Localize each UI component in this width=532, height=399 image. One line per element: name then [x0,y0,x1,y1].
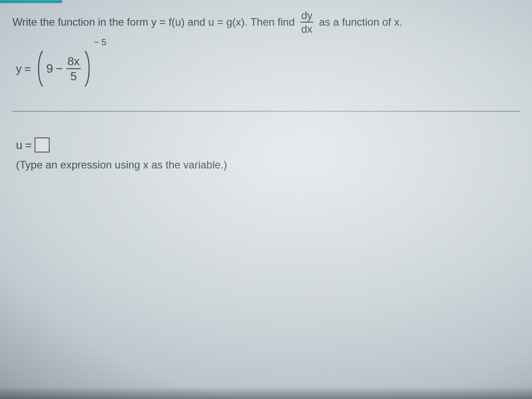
inner-fraction: 8x 5 [66,55,80,82]
inner-fraction-denominator: 5 [70,70,78,82]
equation-lhs: y [16,62,22,76]
bottom-shadow [0,387,532,399]
given-equation: y = 9 − 8x 5 − 5 [16,50,520,88]
inner-fraction-numerator: 8x [66,55,80,67]
prompt-text-1: Write the function in the form y = f(u) … [12,14,297,31]
section-divider [12,111,520,112]
prompt-text-2: as a function of x. [316,14,403,31]
u-input[interactable] [35,137,50,153]
dy-dx-fraction: dy dx [300,10,313,35]
u-input-row: u = [16,137,520,153]
fraction-bar [300,22,313,23]
term-a: 9 [46,62,53,76]
inner-fraction-bar [66,68,80,69]
question-prompt: Write the function in the form y = f(u) … [12,10,520,35]
fraction-numerator: dy [300,10,313,21]
minus-sign: − [56,62,63,76]
input-hint: (Type an expression using x as the varia… [16,159,520,171]
equals-sign: = [24,62,31,76]
paren-contents: 9 − 8x 5 [44,55,83,82]
question-body: Write the function in the form y = f(u) … [0,0,532,171]
u-label: u [16,138,22,152]
parenthetical-base: 9 − 8x 5 [35,50,93,88]
u-equals: = [25,138,31,152]
left-paren-icon [35,50,44,88]
fraction-denominator: dx [300,23,313,35]
answer-area: u = (Type an expression using x as the v… [16,137,520,171]
right-paren-icon [83,50,93,88]
exponent: − 5 [94,37,106,47]
